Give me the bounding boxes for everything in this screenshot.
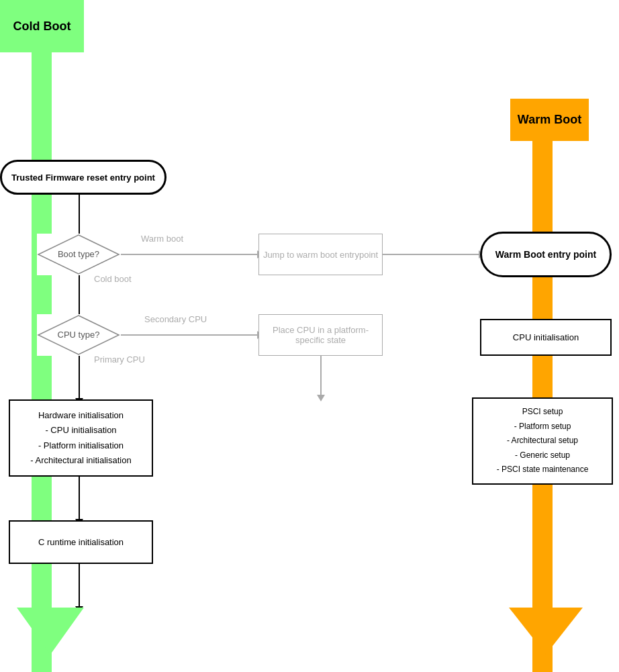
boot-type-diamond: Boot type? (37, 234, 121, 275)
cold-boot-end-arrow (17, 608, 84, 655)
arrow-tf-to-boot (79, 195, 80, 238)
secondary-cpu-label: Secondary CPU (144, 314, 207, 324)
arrow-wb-to-cpu (542, 277, 544, 319)
warm-boot-end-arrow (509, 608, 583, 655)
svg-text:CPU type?: CPU type? (58, 330, 100, 340)
primary-cpu-label: Primary CPU (94, 354, 145, 365)
warm-boot-path-label: Warm boot (141, 234, 183, 244)
wb-entry-ellipse: Warm Boot entry point (480, 232, 612, 277)
arrow-hw-to-crt (79, 477, 80, 520)
arrow-place-down (320, 356, 322, 396)
arrow-jump-to-wb (383, 254, 480, 255)
arrow-psci-to-end (542, 485, 544, 608)
svg-text:Boot type?: Boot type? (58, 249, 99, 259)
diagram: Cold Boot Trusted Firmware reset entry p… (0, 0, 619, 672)
place-cpu-box: Place CPU in a platform-specific state (258, 314, 383, 356)
tf-reset-ellipse: Trusted Firmware reset entry point (0, 160, 166, 195)
crt-init-box: C runtime initialisation (9, 520, 153, 564)
cold-boot-label: Cold Boot (0, 0, 84, 52)
arrow-crt-to-end (79, 564, 80, 608)
cold-boot-path-label: Cold boot (94, 274, 132, 284)
arrow-cpu-to-psci (542, 356, 544, 397)
cpu-type-diamond: CPU type? (37, 314, 121, 356)
arrow-boot-to-cpu (79, 275, 80, 319)
arrow-boot-to-jump (121, 254, 258, 255)
psci-setup-box: PSCI setup - Platform setup - Architectu… (472, 397, 613, 485)
cpu-init-box: CPU initialisation (480, 319, 612, 356)
jump-box: Jump to warm boot entrypoint (258, 234, 383, 275)
hw-init-box: Hardware initialisation - CPU initialisa… (9, 399, 153, 477)
cold-boot-line (32, 52, 52, 672)
arrow-cpu-to-hw (79, 356, 80, 399)
warm-boot-label-box: Warm Boot (510, 99, 589, 141)
arrow-cpu-to-place (121, 334, 258, 336)
